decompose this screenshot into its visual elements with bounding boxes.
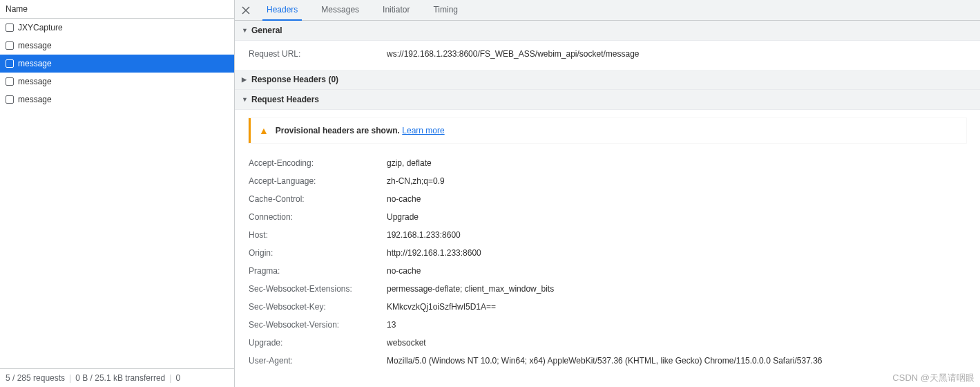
header-name: Sec-Websocket-Key:	[249, 301, 387, 313]
header-name: Upgrade:	[249, 337, 387, 349]
header-name: User-Agent:	[249, 355, 387, 367]
header-name: Accept-Language:	[249, 175, 387, 187]
header-row: Connection:Upgrade	[249, 208, 973, 226]
websocket-icon	[6, 77, 14, 86]
websocket-icon	[6, 95, 14, 104]
websocket-icon	[6, 23, 14, 32]
transferred-size: 0 B / 25.1 kB transferred	[75, 373, 165, 383]
network-requests-panel: Name JXYCapturemessagemessagemessagemess…	[0, 0, 235, 387]
header-value: 192.168.1.233:8600	[387, 229, 461, 241]
request-name: message	[18, 57, 52, 70]
request-headers-title: Request Headers	[251, 95, 319, 104]
learn-more-link[interactable]: Learn more	[402, 126, 444, 135]
header-value: gzip, deflate	[387, 157, 432, 169]
general-section-title: General	[251, 26, 282, 35]
warning-text: Provisional headers are shown.	[276, 126, 400, 135]
header-value: ws://192.168.1.233:8600/FS_WEB_ASS/webim…	[387, 48, 640, 60]
close-panel-button[interactable]	[239, 3, 253, 17]
chevron-right-icon: ▶	[242, 76, 249, 83]
header-row: Accept-Encoding:gzip, deflate	[249, 154, 973, 172]
header-row: Host:192.168.1.233:8600	[249, 226, 973, 244]
request-row[interactable]: message	[0, 55, 234, 73]
header-row: Request URL:ws://192.168.1.233:8600/FS_W…	[249, 45, 973, 63]
header-name: Request URL:	[249, 48, 387, 60]
header-value: Mozilla/5.0 (Windows NT 10.0; Win64; x64…	[387, 355, 823, 367]
websocket-icon	[6, 59, 14, 68]
request-name: message	[18, 75, 52, 88]
header-name: Connection:	[249, 211, 387, 223]
header-value: zh-CN,zh;q=0.9	[387, 175, 445, 187]
header-row: Upgrade:websocket	[249, 334, 973, 352]
request-row[interactable]: message	[0, 91, 234, 108]
general-section-toggle[interactable]: ▼ General	[235, 21, 980, 41]
separator: |	[69, 373, 71, 383]
header-value: http://192.168.1.233:8600	[387, 247, 481, 259]
header-row: Sec-Websocket-Key:KMkcvzkQj1oiSzfHwI5D1A…	[249, 298, 973, 316]
tab-headers[interactable]: Headers	[262, 0, 302, 21]
request-row[interactable]: JXYCapture	[0, 19, 234, 37]
header-value: no-cache	[387, 193, 421, 205]
header-row: Sec-Websocket-Extensions:permessage-defl…	[249, 280, 973, 298]
header-row: Cache-Control:no-cache	[249, 190, 973, 208]
header-row: Origin:http://192.168.1.233:8600	[249, 244, 973, 262]
requests-count: 5 / 285 requests	[6, 373, 65, 383]
status-bar: 5 / 285 requests | 0 B / 25.1 kB transfe…	[0, 368, 234, 387]
header-value: no-cache	[387, 265, 421, 277]
request-list: JXYCapturemessagemessagemessagemessage	[0, 19, 234, 368]
tab-timing[interactable]: Timing	[429, 0, 462, 21]
header-row: Accept-Language:zh-CN,zh;q=0.9	[249, 172, 973, 190]
header-row: Sec-Websocket-Version:13	[249, 316, 973, 334]
header-name: Host:	[249, 229, 387, 241]
chevron-down-icon: ▼	[242, 27, 249, 34]
header-value: KMkcvzkQj1oiSzfHwI5D1A==	[387, 301, 496, 313]
chevron-down-icon: ▼	[242, 96, 249, 103]
details-panel: HeadersMessagesInitiatorTiming ▼ General…	[235, 0, 980, 387]
header-value: websocket	[387, 337, 426, 349]
request-row[interactable]: message	[0, 73, 234, 91]
header-row: User-Agent:Mozilla/5.0 (Windows NT 10.0;…	[249, 352, 973, 370]
request-name: message	[18, 39, 52, 52]
request-row[interactable]: message	[0, 37, 234, 55]
header-name: Sec-Websocket-Version:	[249, 319, 387, 331]
request-headers-body: Accept-Encoding:gzip, deflateAccept-Lang…	[235, 150, 980, 377]
name-column-header[interactable]: Name	[0, 0, 234, 19]
request-name: JXYCapture	[18, 21, 63, 34]
header-row: Pragma:no-cache	[249, 262, 973, 280]
separator: |	[169, 373, 171, 383]
header-value: Upgrade	[387, 211, 419, 223]
headers-content: ▼ General Request URL:ws://192.168.1.233…	[235, 21, 980, 387]
provisional-headers-warning: ▲ Provisional headers are shown. Learn m…	[249, 118, 966, 143]
response-headers-toggle[interactable]: ▶ Response Headers (0)	[235, 70, 980, 90]
header-value: 13	[387, 319, 396, 331]
response-headers-title: Response Headers (0)	[251, 75, 338, 84]
tabs-bar: HeadersMessagesInitiatorTiming	[235, 0, 980, 21]
warning-icon: ▲	[259, 125, 269, 136]
tab-initiator[interactable]: Initiator	[378, 0, 414, 21]
extra-count: 0	[175, 373, 180, 383]
header-value: permessage-deflate; client_max_window_bi…	[387, 283, 554, 295]
header-name: Cache-Control:	[249, 193, 387, 205]
header-name: Pragma:	[249, 265, 387, 277]
websocket-icon	[6, 41, 14, 50]
request-headers-toggle[interactable]: ▼ Request Headers	[235, 90, 980, 110]
header-name: Sec-Websocket-Extensions:	[249, 283, 387, 295]
header-name: Accept-Encoding:	[249, 157, 387, 169]
general-section-body: Request URL:ws://192.168.1.233:8600/FS_W…	[235, 41, 980, 70]
tab-messages[interactable]: Messages	[317, 0, 363, 21]
request-name: message	[18, 93, 52, 106]
close-icon	[242, 6, 250, 15]
header-name: Origin:	[249, 247, 387, 259]
